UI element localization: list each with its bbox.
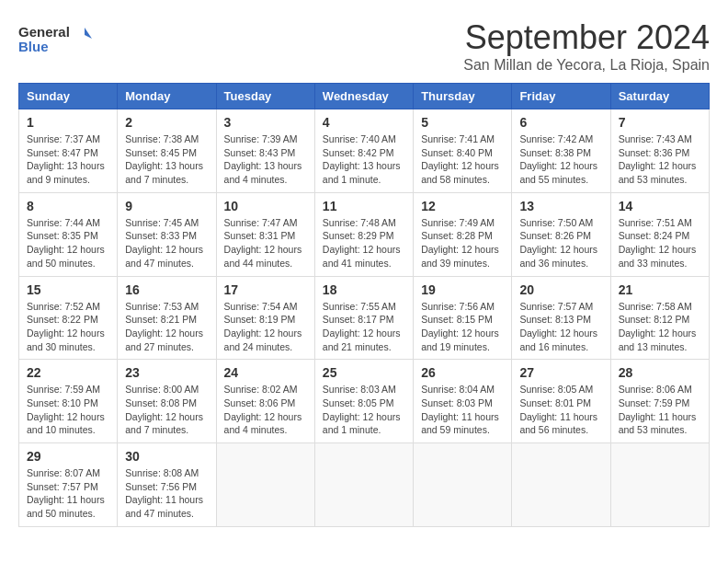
- calendar-header-row: SundayMondayTuesdayWednesdayThursdayFrid…: [19, 84, 710, 109]
- day-number: 4: [323, 115, 405, 130]
- day-number: 20: [519, 282, 602, 297]
- calendar-cell: 8Sunrise: 7:44 AMSunset: 8:35 PMDaylight…: [19, 192, 118, 276]
- day-of-week-header: Saturday: [610, 84, 709, 109]
- calendar-row: 22Sunrise: 7:59 AMSunset: 8:10 PMDayligh…: [19, 360, 710, 443]
- logo-svg: General Blue: [18, 18, 92, 60]
- calendar-cell: 7Sunrise: 7:43 AMSunset: 8:36 PMDaylight…: [610, 109, 709, 193]
- calendar-cell: [414, 443, 512, 527]
- day-number: 7: [619, 115, 701, 130]
- day-number: 12: [421, 199, 504, 213]
- calendar-row: 8Sunrise: 7:44 AMSunset: 8:35 PMDaylight…: [19, 192, 710, 276]
- day-number: 10: [224, 199, 307, 213]
- day-info: Sunrise: 8:06 AMSunset: 7:59 PMDaylight:…: [619, 383, 701, 437]
- day-of-week-header: Sunday: [19, 84, 118, 109]
- month-title: September 2024: [463, 18, 710, 57]
- calendar-cell: 22Sunrise: 7:59 AMSunset: 8:10 PMDayligh…: [19, 360, 118, 443]
- calendar-cell: 28Sunrise: 8:06 AMSunset: 7:59 PMDayligh…: [610, 360, 709, 443]
- day-of-week-header: Thursday: [414, 84, 512, 109]
- day-number: 5: [421, 115, 504, 130]
- day-number: 2: [125, 115, 208, 130]
- svg-text:Blue: Blue: [18, 39, 49, 54]
- day-info: Sunrise: 8:00 AMSunset: 8:08 PMDaylight:…: [125, 383, 208, 437]
- calendar-cell: [610, 443, 709, 527]
- day-info: Sunrise: 7:40 AMSunset: 8:42 PMDaylight:…: [323, 132, 405, 187]
- day-info: Sunrise: 8:04 AMSunset: 8:03 PMDaylight:…: [421, 383, 504, 437]
- day-info: Sunrise: 7:41 AMSunset: 8:40 PMDaylight:…: [421, 132, 504, 187]
- day-info: Sunrise: 7:47 AMSunset: 8:31 PMDaylight:…: [224, 216, 307, 270]
- calendar-cell: 20Sunrise: 7:57 AMSunset: 8:13 PMDayligh…: [512, 276, 610, 360]
- location-title: San Millan de Yecora, La Rioja, Spain: [463, 57, 710, 74]
- calendar-cell: 25Sunrise: 8:03 AMSunset: 8:05 PMDayligh…: [314, 360, 413, 443]
- day-number: 30: [125, 449, 208, 464]
- day-info: Sunrise: 7:52 AMSunset: 8:22 PMDaylight:…: [27, 300, 109, 354]
- calendar-cell: 14Sunrise: 7:51 AMSunset: 8:24 PMDayligh…: [610, 192, 709, 276]
- day-number: 3: [224, 115, 307, 130]
- day-number: 13: [519, 199, 602, 213]
- day-info: Sunrise: 8:07 AMSunset: 7:57 PMDaylight:…: [27, 466, 109, 521]
- day-info: Sunrise: 7:57 AMSunset: 8:13 PMDaylight:…: [519, 300, 602, 354]
- calendar-cell: 9Sunrise: 7:45 AMSunset: 8:33 PMDaylight…: [118, 192, 216, 276]
- day-info: Sunrise: 7:43 AMSunset: 8:36 PMDaylight:…: [619, 132, 701, 187]
- day-info: Sunrise: 8:03 AMSunset: 8:05 PMDaylight:…: [323, 383, 405, 437]
- calendar-cell: 12Sunrise: 7:49 AMSunset: 8:28 PMDayligh…: [414, 192, 512, 276]
- calendar-cell: [216, 443, 314, 527]
- day-info: Sunrise: 7:37 AMSunset: 8:47 PMDaylight:…: [27, 132, 109, 187]
- day-info: Sunrise: 7:48 AMSunset: 8:29 PMDaylight:…: [323, 216, 405, 270]
- day-of-week-header: Friday: [512, 84, 610, 109]
- day-info: Sunrise: 7:59 AMSunset: 8:10 PMDaylight:…: [27, 383, 109, 437]
- day-info: Sunrise: 7:55 AMSunset: 8:17 PMDaylight:…: [323, 300, 405, 354]
- calendar-cell: 13Sunrise: 7:50 AMSunset: 8:26 PMDayligh…: [512, 192, 610, 276]
- calendar-row: 1Sunrise: 7:37 AMSunset: 8:47 PMDaylight…: [19, 109, 710, 193]
- day-number: 29: [27, 449, 109, 464]
- calendar-cell: 1Sunrise: 7:37 AMSunset: 8:47 PMDaylight…: [19, 109, 118, 193]
- calendar-cell: 19Sunrise: 7:56 AMSunset: 8:15 PMDayligh…: [414, 276, 512, 360]
- day-of-week-header: Monday: [118, 84, 216, 109]
- calendar-table: SundayMondayTuesdayWednesdayThursdayFrid…: [18, 83, 710, 527]
- day-number: 11: [323, 199, 405, 213]
- day-info: Sunrise: 7:56 AMSunset: 8:15 PMDaylight:…: [421, 300, 504, 354]
- day-info: Sunrise: 7:45 AMSunset: 8:33 PMDaylight:…: [125, 216, 208, 270]
- calendar-cell: 26Sunrise: 8:04 AMSunset: 8:03 PMDayligh…: [414, 360, 512, 443]
- day-info: Sunrise: 7:39 AMSunset: 8:43 PMDaylight:…: [224, 132, 307, 187]
- calendar-cell: 16Sunrise: 7:53 AMSunset: 8:21 PMDayligh…: [118, 276, 216, 360]
- svg-text:General: General: [18, 24, 70, 40]
- day-info: Sunrise: 7:49 AMSunset: 8:28 PMDaylight:…: [421, 216, 504, 270]
- calendar-cell: 30Sunrise: 8:08 AMSunset: 7:56 PMDayligh…: [118, 443, 216, 527]
- calendar-cell: 3Sunrise: 7:39 AMSunset: 8:43 PMDaylight…: [216, 109, 314, 193]
- day-info: Sunrise: 8:02 AMSunset: 8:06 PMDaylight:…: [224, 383, 307, 437]
- day-number: 19: [421, 282, 504, 297]
- day-info: Sunrise: 7:44 AMSunset: 8:35 PMDaylight:…: [27, 216, 109, 270]
- day-of-week-header: Tuesday: [216, 84, 314, 109]
- calendar-cell: 18Sunrise: 7:55 AMSunset: 8:17 PMDayligh…: [314, 276, 413, 360]
- day-number: 15: [27, 282, 109, 297]
- calendar-cell: 6Sunrise: 7:42 AMSunset: 8:38 PMDaylight…: [512, 109, 610, 193]
- day-info: Sunrise: 7:53 AMSunset: 8:21 PMDaylight:…: [125, 300, 208, 354]
- page-header: General Blue September 2024 San Millan d…: [18, 18, 710, 74]
- day-number: 14: [619, 199, 701, 213]
- day-number: 6: [519, 115, 602, 130]
- day-number: 21: [619, 282, 701, 297]
- day-info: Sunrise: 7:38 AMSunset: 8:45 PMDaylight:…: [125, 132, 208, 187]
- calendar-cell: 2Sunrise: 7:38 AMSunset: 8:45 PMDaylight…: [118, 109, 216, 193]
- day-number: 28: [619, 365, 701, 380]
- day-info: Sunrise: 7:54 AMSunset: 8:19 PMDaylight:…: [224, 300, 307, 354]
- day-info: Sunrise: 8:05 AMSunset: 8:01 PMDaylight:…: [519, 383, 602, 437]
- calendar-row: 15Sunrise: 7:52 AMSunset: 8:22 PMDayligh…: [19, 276, 710, 360]
- calendar-cell: [314, 443, 413, 527]
- day-info: Sunrise: 7:50 AMSunset: 8:26 PMDaylight:…: [519, 216, 602, 270]
- day-number: 1: [27, 115, 109, 130]
- calendar-cell: 21Sunrise: 7:58 AMSunset: 8:12 PMDayligh…: [610, 276, 709, 360]
- day-number: 23: [125, 365, 208, 380]
- calendar-cell: 11Sunrise: 7:48 AMSunset: 8:29 PMDayligh…: [314, 192, 413, 276]
- svg-marker-2: [85, 28, 92, 39]
- calendar-cell: 29Sunrise: 8:07 AMSunset: 7:57 PMDayligh…: [19, 443, 118, 527]
- calendar-cell: 5Sunrise: 7:41 AMSunset: 8:40 PMDaylight…: [414, 109, 512, 193]
- title-section: September 2024 San Millan de Yecora, La …: [463, 18, 710, 74]
- day-info: Sunrise: 8:08 AMSunset: 7:56 PMDaylight:…: [125, 466, 208, 521]
- day-number: 24: [224, 365, 307, 380]
- day-number: 26: [421, 365, 504, 380]
- calendar-cell: 24Sunrise: 8:02 AMSunset: 8:06 PMDayligh…: [216, 360, 314, 443]
- day-number: 22: [27, 365, 109, 380]
- calendar-cell: 17Sunrise: 7:54 AMSunset: 8:19 PMDayligh…: [216, 276, 314, 360]
- day-info: Sunrise: 7:58 AMSunset: 8:12 PMDaylight:…: [619, 300, 701, 354]
